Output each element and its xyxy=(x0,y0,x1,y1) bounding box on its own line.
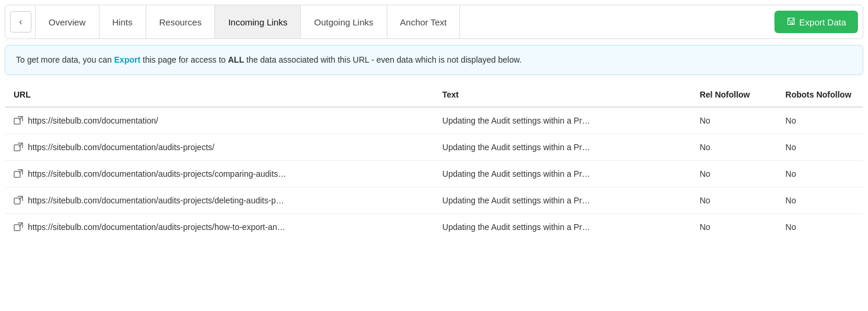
tab-incoming-links[interactable]: Incoming Links xyxy=(215,5,301,38)
export-button-label: Export Data xyxy=(799,17,846,27)
back-button[interactable]: ‹ xyxy=(10,11,31,33)
url-value[interactable]: https://sitebulb.com/documentation/ xyxy=(28,116,158,125)
banner-text-after: the data associated with this URL - even… xyxy=(244,55,522,64)
url-cell: https://sitebulb.com/documentation/audit… xyxy=(5,214,435,241)
tab-anchor-text-label: Anchor Text xyxy=(400,17,447,27)
external-link-icon xyxy=(14,142,23,152)
banner-export-link[interactable]: Export xyxy=(114,55,140,64)
banner-text-before: To get more data, you can xyxy=(16,55,114,64)
tab-outgoing-links-label: Outgoing Links xyxy=(314,17,373,27)
tabs-list: Overview Hints Resources Incoming Links … xyxy=(35,5,774,38)
url-cell: https://sitebulb.com/documentation/audit… xyxy=(5,187,435,214)
table-row: https://sitebulb.com/documentation/ Upda… xyxy=(5,107,863,134)
external-link-icon xyxy=(14,222,23,232)
export-icon: 🖫 xyxy=(786,17,796,27)
tab-outgoing-links[interactable]: Outgoing Links xyxy=(301,5,387,38)
url-value[interactable]: https://sitebulb.com/documentation/audit… xyxy=(28,142,214,152)
export-data-button[interactable]: 🖫 Export Data xyxy=(774,11,858,33)
table-row: https://sitebulb.com/documentation/audit… xyxy=(5,134,863,161)
tab-bar: ‹ Overview Hints Resources Incoming Link… xyxy=(5,5,863,39)
tab-hints[interactable]: Hints xyxy=(99,5,146,38)
rel-nofollow-cell: No xyxy=(692,214,777,241)
col-header-url: URL xyxy=(5,83,435,108)
rel-nofollow-cell: No xyxy=(692,107,777,134)
url-value[interactable]: https://sitebulb.com/documentation/audit… xyxy=(28,169,287,179)
text-cell: Updating the Audit settings within a Pr… xyxy=(434,161,692,187)
text-cell: Updating the Audit settings within a Pr… xyxy=(434,134,692,161)
text-cell: Updating the Audit settings within a Pr… xyxy=(434,107,692,134)
tab-overview-label: Overview xyxy=(49,17,86,27)
robots-nofollow-cell: No xyxy=(777,107,863,134)
incoming-links-table: URL Text Rel Nofollow Robots Nofollow ht… xyxy=(5,82,863,241)
table-row: https://sitebulb.com/documentation/audit… xyxy=(5,161,863,187)
col-header-rel-nofollow: Rel Nofollow xyxy=(692,83,777,108)
tab-overview[interactable]: Overview xyxy=(35,5,99,38)
tab-hints-label: Hints xyxy=(112,17,133,27)
robots-nofollow-cell: No xyxy=(777,134,863,161)
page-container: ‹ Overview Hints Resources Incoming Link… xyxy=(0,0,868,311)
tab-anchor-text[interactable]: Anchor Text xyxy=(387,5,461,38)
tab-resources[interactable]: Resources xyxy=(146,5,216,38)
table-row: https://sitebulb.com/documentation/audit… xyxy=(5,187,863,214)
col-header-robots-nofollow: Robots Nofollow xyxy=(777,83,863,108)
col-header-text: Text xyxy=(434,83,692,108)
url-value[interactable]: https://sitebulb.com/documentation/audit… xyxy=(28,196,284,205)
url-cell: https://sitebulb.com/documentation/ xyxy=(5,107,435,134)
external-link-icon xyxy=(14,116,23,125)
url-cell: https://sitebulb.com/documentation/audit… xyxy=(5,134,435,161)
robots-nofollow-cell: No xyxy=(777,214,863,241)
rel-nofollow-cell: No xyxy=(692,134,777,161)
tab-incoming-links-label: Incoming Links xyxy=(228,17,287,27)
text-cell: Updating the Audit settings within a Pr… xyxy=(434,187,692,214)
info-banner: To get more data, you can Export this pa… xyxy=(5,45,863,75)
table-row: https://sitebulb.com/documentation/audit… xyxy=(5,214,863,241)
table-header: URL Text Rel Nofollow Robots Nofollow xyxy=(5,83,863,108)
table-body: https://sitebulb.com/documentation/ Upda… xyxy=(5,107,863,241)
tab-resources-label: Resources xyxy=(159,17,202,27)
banner-bold-text: ALL xyxy=(228,55,244,64)
header-row: URL Text Rel Nofollow Robots Nofollow xyxy=(5,83,863,108)
url-cell: https://sitebulb.com/documentation/audit… xyxy=(5,161,435,187)
external-link-icon xyxy=(14,169,23,179)
robots-nofollow-cell: No xyxy=(777,187,863,214)
rel-nofollow-cell: No xyxy=(692,161,777,187)
url-value[interactable]: https://sitebulb.com/documentation/audit… xyxy=(28,222,285,232)
rel-nofollow-cell: No xyxy=(692,187,777,214)
banner-text-middle: this page for access to xyxy=(140,55,228,64)
text-cell: Updating the Audit settings within a Pr… xyxy=(434,214,692,241)
external-link-icon xyxy=(14,196,23,205)
robots-nofollow-cell: No xyxy=(777,161,863,187)
